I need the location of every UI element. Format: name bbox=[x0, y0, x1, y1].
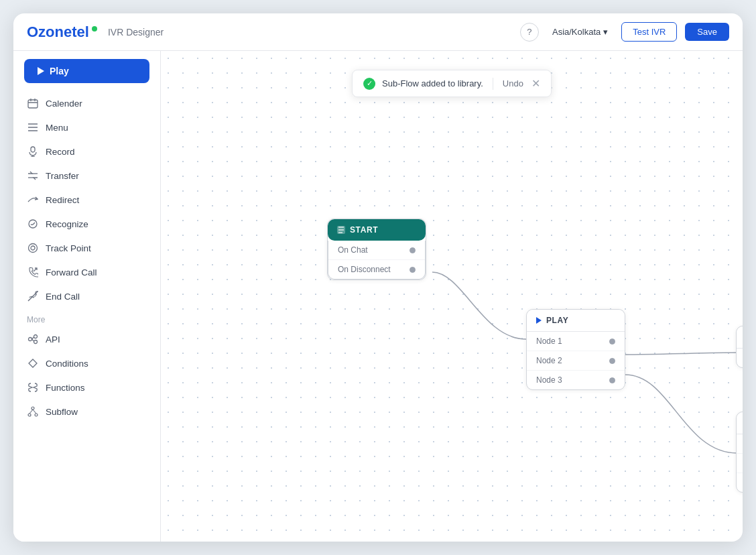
toast-message: Sub-Flow added to library. bbox=[382, 78, 483, 88]
play-node[interactable]: PLAY Node 1 Node 2 Node 3 bbox=[526, 309, 625, 390]
redirect-node-rows: Node 1 Node 2 Node 3 bbox=[737, 434, 743, 492]
svg-line-16 bbox=[28, 292, 38, 301]
calendar-icon bbox=[27, 97, 39, 109]
svg-line-26 bbox=[29, 410, 33, 414]
menu-icon bbox=[27, 121, 39, 133]
sidebar: Play Calender Menu Record bbox=[13, 51, 161, 542]
svg-point-24 bbox=[28, 414, 31, 416]
sidebar-item-menu[interactable]: Menu bbox=[13, 115, 160, 139]
header: Ozonetel IVR Designer ? Asia/Kolkata ▾ T… bbox=[13, 13, 743, 51]
help-button[interactable]: ? bbox=[520, 23, 539, 42]
main-area: Play Calender Menu Record bbox=[13, 51, 743, 542]
end-call-icon bbox=[27, 290, 39, 302]
play-button[interactable]: Play bbox=[24, 59, 149, 83]
sidebar-item-track-point[interactable]: Track Point bbox=[13, 236, 160, 260]
sidebar-item-transfer[interactable]: Transfer bbox=[13, 164, 160, 188]
play-node-2-label: Node 2 bbox=[536, 356, 562, 365]
svg-marker-22 bbox=[29, 359, 37, 367]
api-icon bbox=[27, 333, 39, 345]
svg-point-17 bbox=[29, 338, 32, 341]
play-node-3-dot bbox=[609, 377, 615, 383]
region-selector[interactable]: Asia/Kolkata ▾ bbox=[547, 24, 613, 40]
play-node-1-label: Node 1 bbox=[536, 336, 562, 346]
svg-point-13 bbox=[31, 246, 35, 250]
svg-point-18 bbox=[34, 335, 38, 338]
logo-text: Ozonetel bbox=[27, 23, 89, 41]
sidebar-item-label: Transfer bbox=[46, 171, 79, 181]
sidebar-item-label: Track Point bbox=[46, 243, 91, 253]
region-label: Asia/Kolkata bbox=[552, 27, 601, 37]
sidebar-item-label: Forward Call bbox=[46, 267, 97, 278]
redirect-node[interactable]: REDIRECT Node 1 Node 2 Node 3 bbox=[736, 412, 743, 493]
start-row-on-disconnect: On Disconnect bbox=[328, 260, 425, 279]
play-node-3-label: Node 3 bbox=[536, 375, 562, 385]
sidebar-item-recognize[interactable]: Recognize bbox=[13, 212, 160, 236]
redirect-row-1: Node 1 bbox=[737, 434, 743, 454]
sidebar-item-label: Functions bbox=[46, 383, 85, 393]
start-node-rows: On Chat On Disconnect bbox=[328, 241, 426, 280]
sidebar-item-functions[interactable]: Functions bbox=[13, 375, 160, 399]
play-node-1-dot bbox=[609, 338, 615, 345]
calendar-node-rows: Calender bbox=[737, 349, 743, 367]
more-section-label: More bbox=[13, 308, 160, 327]
start-row-on-chat: On Chat bbox=[328, 241, 425, 260]
sidebar-item-label: Redirect bbox=[46, 195, 79, 205]
sidebar-item-label: Calender bbox=[46, 99, 82, 109]
play-icon bbox=[536, 317, 542, 324]
sidebar-item-label: Conditions bbox=[46, 359, 88, 369]
svg-point-14 bbox=[29, 244, 38, 253]
on-disconnect-label: On Disconnect bbox=[338, 265, 391, 274]
play-row-1: Node 1 bbox=[527, 332, 625, 351]
play-label: Play bbox=[50, 66, 69, 76]
connectors-svg bbox=[161, 51, 743, 542]
start-node-header: START bbox=[328, 219, 426, 241]
sidebar-item-conditions[interactable]: Conditions bbox=[13, 351, 160, 375]
app-container: Ozonetel IVR Designer ? Asia/Kolkata ▾ T… bbox=[13, 13, 743, 542]
toast: ✓ Sub-Flow added to library. Undo ✕ bbox=[352, 70, 552, 97]
toast-close-button[interactable]: ✕ bbox=[531, 77, 540, 90]
calendar-node-header: CALENDAR bbox=[737, 326, 743, 349]
toast-check-icon: ✓ bbox=[363, 78, 375, 90]
sidebar-item-label: End Call bbox=[46, 292, 80, 302]
calendar-node[interactable]: CALENDAR Calender bbox=[736, 326, 743, 368]
svg-line-27 bbox=[33, 410, 36, 414]
sidebar-item-record[interactable]: Record bbox=[13, 139, 160, 164]
region-arrow: ▾ bbox=[603, 27, 608, 37]
on-chat-dot bbox=[410, 247, 416, 253]
toast-undo-button[interactable]: Undo bbox=[503, 78, 523, 88]
svg-line-21 bbox=[32, 339, 34, 341]
save-button[interactable]: Save bbox=[685, 23, 729, 41]
play-node-header: PLAY bbox=[527, 310, 625, 332]
redirect-node-header: REDIRECT bbox=[737, 412, 743, 434]
toast-divider bbox=[493, 78, 493, 90]
calendar-row-1: Calender bbox=[737, 349, 743, 367]
svg-point-25 bbox=[35, 414, 38, 416]
sidebar-item-end-call[interactable]: End Call bbox=[13, 284, 160, 308]
redirect-icon bbox=[27, 194, 39, 206]
sidebar-item-subflow[interactable]: Subflow bbox=[13, 399, 160, 424]
sidebar-item-redirect[interactable]: Redirect bbox=[13, 188, 160, 212]
sidebar-item-api[interactable]: API bbox=[13, 327, 160, 351]
svg-line-20 bbox=[32, 337, 34, 339]
sidebar-item-label: Subflow bbox=[46, 407, 78, 417]
mic-icon bbox=[27, 145, 39, 158]
svg-line-15 bbox=[34, 268, 37, 271]
transfer-icon bbox=[27, 170, 39, 182]
forward-call-icon bbox=[27, 266, 39, 278]
start-node[interactable]: START On Chat On Disconnect bbox=[327, 219, 426, 280]
sidebar-item-forward-call[interactable]: Forward Call bbox=[13, 260, 160, 284]
play-node-label: PLAY bbox=[546, 316, 568, 325]
test-ivr-button[interactable]: Test IVR bbox=[621, 22, 677, 42]
app-title: IVR Designer bbox=[108, 27, 164, 38]
sidebar-item-calender[interactable]: Calender bbox=[13, 91, 160, 115]
play-triangle-icon bbox=[38, 67, 44, 75]
start-icon bbox=[337, 226, 345, 234]
redirect-row-2: Node 2 bbox=[737, 454, 743, 473]
redirect-row-3: Node 3 bbox=[737, 473, 743, 492]
logo-dot bbox=[92, 26, 97, 32]
svg-point-19 bbox=[34, 341, 38, 344]
play-node-rows: Node 1 Node 2 Node 3 bbox=[527, 332, 625, 389]
play-node-2-dot bbox=[609, 358, 615, 364]
recognize-icon bbox=[27, 218, 39, 230]
play-row-2: Node 2 bbox=[527, 351, 625, 371]
